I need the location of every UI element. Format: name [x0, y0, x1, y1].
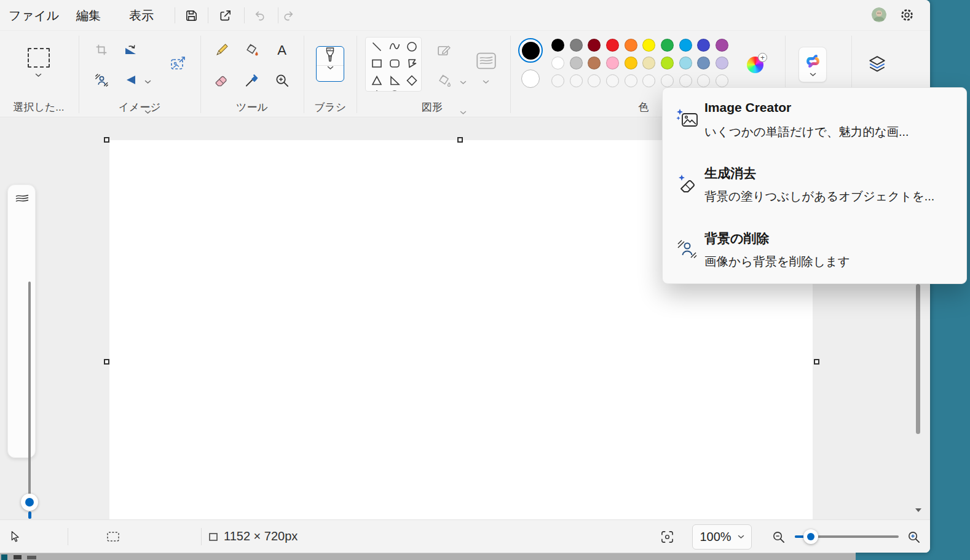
palette-swatch[interactable] — [679, 57, 692, 69]
copilot-button[interactable] — [798, 47, 827, 82]
menu-item-image-creator[interactable]: Image Creator いくつかの単語だけで、魅力的な画... — [663, 100, 966, 162]
shape-fill-button[interactable] — [436, 73, 452, 89]
crop-button[interactable] — [93, 42, 109, 58]
shape-curve-icon[interactable] — [389, 41, 400, 52]
resize-handle-top-center[interactable] — [457, 137, 463, 143]
layers-button[interactable] — [867, 55, 888, 74]
share-button[interactable] — [218, 8, 232, 23]
menu-view[interactable]: 表示 — [129, 0, 154, 31]
palette-swatch[interactable] — [661, 39, 674, 52]
palette-empty-slot[interactable] — [606, 74, 619, 87]
zoom-level-dropdown[interactable]: 100% — [692, 524, 752, 550]
menu-edit[interactable]: 編集 — [76, 0, 101, 31]
palette-empty-slot[interactable] — [716, 74, 728, 87]
palette-swatch[interactable] — [551, 39, 564, 52]
shape-chevron-icon[interactable] — [371, 90, 382, 92]
redo-button[interactable] — [282, 8, 296, 23]
palette-swatch[interactable] — [716, 57, 728, 69]
palette-swatch[interactable] — [570, 57, 583, 69]
thickness-slider-thumb[interactable] — [21, 494, 38, 511]
shape-arrow-icon[interactable] — [406, 90, 417, 92]
zoom-in-button[interactable] — [906, 529, 921, 544]
shape-polygon-icon[interactable] — [406, 58, 417, 69]
shapes-gallery[interactable] — [365, 37, 422, 92]
undo-button[interactable] — [251, 8, 266, 23]
menu-item-remove-background[interactable]: 背景の削除 画像から背景を削除します — [663, 230, 966, 291]
scrollbar-down-arrow[interactable] — [915, 508, 921, 512]
save-icon — [184, 9, 199, 23]
color-picker-tool-button[interactable] — [243, 72, 259, 88]
palette-empty-slot[interactable] — [661, 74, 674, 87]
palette-swatch[interactable] — [625, 57, 637, 69]
add-color-icon: + — [758, 53, 767, 62]
menu-file[interactable]: ファイル — [9, 0, 59, 31]
zoom-out-button[interactable] — [771, 529, 786, 544]
palette-swatch[interactable] — [642, 39, 655, 52]
thickness-slider-track[interactable] — [28, 282, 31, 497]
resize-handle-middle-right[interactable] — [814, 359, 819, 365]
pencil-tool-button[interactable] — [213, 42, 229, 58]
rotate-chevron-icon[interactable] — [144, 80, 151, 84]
palette-swatch[interactable] — [697, 57, 710, 69]
shape-arc-icon[interactable] — [389, 90, 400, 92]
color2-swatch[interactable] — [521, 69, 540, 88]
resize-handle-middle-left[interactable] — [104, 359, 109, 365]
vertical-scrollbar-thumb[interactable] — [916, 284, 920, 434]
resize-handle-top-left[interactable] — [104, 137, 109, 143]
shape-line-icon[interactable] — [371, 41, 382, 52]
palette-swatch[interactable] — [625, 39, 637, 52]
tools-section-label: ツール — [218, 100, 286, 114]
palette-empty-slot[interactable] — [642, 74, 655, 87]
outline-chevron-icon[interactable] — [460, 81, 467, 85]
menu-item-title: Image Creator — [704, 100, 791, 115]
palette-swatch[interactable] — [551, 57, 564, 69]
fill-tool-button[interactable] — [243, 42, 259, 58]
palette-swatch[interactable] — [661, 57, 674, 69]
palette-empty-slot[interactable] — [625, 74, 637, 87]
stroke-size-button[interactable] — [475, 51, 497, 71]
shape-diamond-icon[interactable] — [406, 75, 417, 86]
text-tool-button[interactable]: A — [274, 42, 290, 58]
color1-selected-swatch[interactable] — [518, 38, 543, 63]
remove-background-button[interactable] — [93, 72, 109, 88]
account-avatar[interactable] — [872, 7, 886, 22]
palette-empty-slot[interactable] — [679, 74, 692, 87]
palette-swatch[interactable] — [588, 39, 601, 52]
zoom-slider-thumb[interactable] — [803, 529, 818, 544]
palette-empty-slot[interactable] — [697, 74, 710, 87]
palette-swatch[interactable] — [697, 39, 710, 52]
color1-value — [522, 42, 540, 60]
palette-swatch[interactable] — [716, 39, 728, 52]
flip-button[interactable] — [123, 72, 139, 88]
shape-ellipse-icon[interactable] — [406, 41, 417, 52]
copilot-icon — [805, 53, 821, 69]
palette-swatch[interactable] — [642, 57, 655, 69]
palette-swatch[interactable] — [606, 39, 619, 52]
brushes-button[interactable] — [316, 46, 344, 82]
thickness-icon — [15, 194, 30, 203]
eraser-tool-button[interactable] — [213, 72, 229, 88]
palette-swatch[interactable] — [588, 57, 601, 69]
shape-rounded-rectangle-icon[interactable] — [389, 58, 400, 69]
menu-item-generative-erase[interactable]: 生成消去 背景の塗りつぶしがあるオブジェクトを... — [663, 165, 966, 226]
rotate-button[interactable] — [123, 42, 139, 58]
zoom-out-icon — [771, 530, 786, 544]
settings-button[interactable] — [899, 7, 914, 22]
stroke-size-chevron-icon[interactable] — [483, 80, 489, 84]
palette-swatch[interactable] — [606, 57, 619, 69]
rotate-icon — [124, 42, 138, 57]
save-button[interactable] — [184, 8, 199, 23]
shape-outline-button[interactable] — [436, 42, 452, 58]
resize-image-button[interactable] — [168, 55, 187, 73]
magnifier-tool-button[interactable] — [274, 72, 290, 88]
layers-icon — [867, 55, 887, 74]
palette-swatch[interactable] — [570, 39, 583, 52]
shape-triangle-icon[interactable] — [371, 75, 382, 86]
palette-empty-slot[interactable] — [588, 74, 601, 87]
palette-empty-slot[interactable] — [570, 74, 583, 87]
shape-right-triangle-icon[interactable] — [389, 75, 400, 86]
palette-empty-slot[interactable] — [551, 74, 564, 87]
shape-rectangle-icon[interactable] — [371, 58, 382, 69]
fit-to-screen-button[interactable] — [660, 529, 674, 544]
palette-swatch[interactable] — [679, 39, 692, 52]
